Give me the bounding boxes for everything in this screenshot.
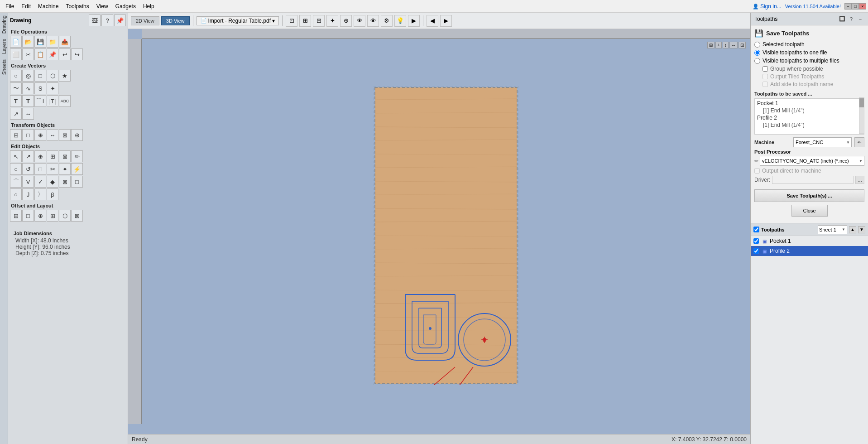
view-icon3[interactable]: ↕ <box>723 42 729 48</box>
dimension-tool[interactable]: ↔ <box>22 108 34 120</box>
freehand-tool[interactable]: ∿ <box>22 82 34 94</box>
menu-toolpaths[interactable]: Toolpaths <box>62 2 92 11</box>
offset-tool[interactable]: ○ <box>10 163 22 175</box>
radio-visible-one-input[interactable] <box>754 50 760 56</box>
rect-tool2[interactable]: □ <box>71 176 83 188</box>
menu-gadgets[interactable]: Gadgets <box>112 2 139 11</box>
text-on-curve-tool[interactable]: ⌒T <box>34 95 46 107</box>
canvas-container[interactable]: ⊞ + ↕ ↔ ⊡ <box>128 29 750 434</box>
main-canvas-svg[interactable] <box>374 86 518 385</box>
abc-tool[interactable]: ABC <box>59 95 71 107</box>
bezier-tool[interactable]: 〜 <box>10 82 22 94</box>
list-scrollbar[interactable] <box>859 97 864 134</box>
tp-down-btn[interactable]: ▼ <box>858 226 865 233</box>
snap2-btn[interactable]: ⊕ <box>340 15 352 27</box>
save-toolpaths-btn[interactable]: Save Toolpath(s) ... <box>754 189 864 202</box>
view-back-btn[interactable]: 👁 <box>367 15 379 27</box>
star-tool[interactable]: ★ <box>59 70 71 82</box>
polygon-tool[interactable]: ⬡ <box>47 70 58 82</box>
menu-machine[interactable]: Machine <box>34 2 62 11</box>
dogbone-tool[interactable]: ⊠ <box>71 210 83 222</box>
new-file-btn[interactable]: 📄 <box>10 36 22 48</box>
text-tool[interactable]: T <box>10 95 22 107</box>
checkbox-tiled-input[interactable] <box>762 74 768 79</box>
position-tool[interactable]: ⊕ <box>71 129 83 141</box>
move-tool[interactable]: ⊞ <box>10 129 22 141</box>
redo-btn[interactable]: ↪ <box>71 48 83 60</box>
scrollbar-thumb[interactable] <box>859 98 864 107</box>
vtab-sheets[interactable]: Sheets <box>0 57 8 77</box>
panel-tool[interactable]: ⬡ <box>59 210 71 222</box>
join-tool[interactable]: ⊕ <box>34 150 46 162</box>
select-tool[interactable]: ↖ <box>10 150 22 162</box>
close-panel-btn[interactable]: Close <box>791 205 828 217</box>
view-cfg-btn[interactable]: ⚙ <box>381 15 393 27</box>
cross-tool[interactable]: ⊠ <box>59 176 71 188</box>
tp-profile2-check[interactable] <box>753 248 759 254</box>
view-icon1[interactable]: ⊞ <box>707 42 715 48</box>
drawing-help-btn[interactable]: ? <box>101 14 113 26</box>
view-front-btn[interactable]: 👁 <box>354 15 365 27</box>
weld-tool[interactable]: ⊞ <box>47 150 58 162</box>
vtab-drawing[interactable]: Drawing <box>0 13 8 36</box>
menu-view[interactable]: View <box>93 2 112 11</box>
menu-help[interactable]: Help <box>139 2 158 11</box>
trim-tool[interactable]: □ <box>34 163 46 175</box>
diamond-tool[interactable]: ◆ <box>47 176 58 188</box>
undo-btn[interactable]: ↩ <box>59 48 71 60</box>
bold-text-tool[interactable]: T <box>22 95 34 107</box>
circle-tool[interactable]: ○ <box>10 70 22 82</box>
close-window-button[interactable]: × <box>859 3 866 10</box>
radio-visible-multi-input[interactable] <box>754 58 760 64</box>
reverse-tool[interactable]: ↺ <box>22 163 34 175</box>
tp-pocket1-check[interactable] <box>753 238 759 244</box>
nest-tool[interactable]: □ <box>22 210 34 222</box>
checkbox-group-input[interactable] <box>762 66 768 72</box>
save-as-btn[interactable]: 📁 <box>47 36 58 48</box>
jigsaw-tool[interactable]: ⊞ <box>47 210 58 222</box>
radio-selected-input[interactable] <box>754 42 760 48</box>
vtab-layers[interactable]: Layers <box>0 36 8 57</box>
paste-btn[interactable]: 📌 <box>47 48 58 60</box>
minimize-button[interactable]: − <box>844 3 852 10</box>
smooth-tool[interactable]: ✏ <box>71 150 83 162</box>
text-fit-tool[interactable]: |T| <box>47 95 58 107</box>
rp-icon-help[interactable]: ? <box>847 15 855 23</box>
rp-icon1[interactable]: 🔲 <box>838 15 846 23</box>
fillet-tool[interactable]: ⚡ <box>71 163 83 175</box>
tp-item-profile2[interactable]: ▣ Profile 2 <box>751 246 868 256</box>
output-direct-checkbox[interactable] <box>754 168 760 174</box>
curve-fit-tool[interactable]: ⌒ <box>10 176 22 188</box>
zoom-job-btn[interactable]: ⊞ <box>299 15 311 27</box>
pp-select[interactable]: vELOCITYCNC_NO_ATC (inch) (*.ncc) <box>760 156 864 166</box>
view-icon2[interactable]: + <box>715 42 722 48</box>
view-2d-btn[interactable]: 2D View <box>131 16 159 25</box>
arrow-tool[interactable]: ↗ <box>10 108 22 120</box>
view-light-btn[interactable]: 💡 <box>394 15 406 27</box>
menu-file[interactable]: File <box>2 2 18 11</box>
tp-item-pocket1[interactable]: ▣ Pocket 1 <box>751 236 868 246</box>
view-3d-btn[interactable]: 3D View <box>161 16 190 25</box>
select-all-btn[interactable]: ⬜ <box>10 48 22 60</box>
open-btn[interactable]: 📂 <box>22 36 34 48</box>
v-node-tool[interactable]: V <box>22 176 34 188</box>
export-btn[interactable]: 📤 <box>59 36 71 48</box>
align-tool[interactable]: ⊕ <box>34 129 46 141</box>
tp-check-all[interactable] <box>753 227 759 232</box>
version-link[interactable]: Version 11.504 Available! <box>785 4 841 9</box>
rotate-tool[interactable]: ⊠ <box>59 129 71 141</box>
restore-button[interactable]: □ <box>852 3 859 10</box>
ring-tool[interactable]: ○ <box>10 188 22 200</box>
menu-edit[interactable]: Edit <box>18 2 34 11</box>
driver-btn[interactable]: ... <box>855 176 864 184</box>
sheet-select[interactable]: Sheet 1 <box>818 225 847 234</box>
grid-btn[interactable]: ⊟ <box>313 15 325 27</box>
array-tool[interactable]: ⊞ <box>10 210 22 222</box>
drawing-pin-btn[interactable]: 📌 <box>114 14 126 26</box>
break-tool[interactable]: ✂ <box>47 163 58 175</box>
sheet-prev-btn[interactable]: ◀ <box>427 15 438 27</box>
save-btn-tool[interactable]: 💾 <box>34 36 46 48</box>
copy-btn[interactable]: 📋 <box>34 48 46 60</box>
connect-tool[interactable]: ✦ <box>59 163 71 175</box>
step-repeat-tool[interactable]: ⊕ <box>34 210 46 222</box>
